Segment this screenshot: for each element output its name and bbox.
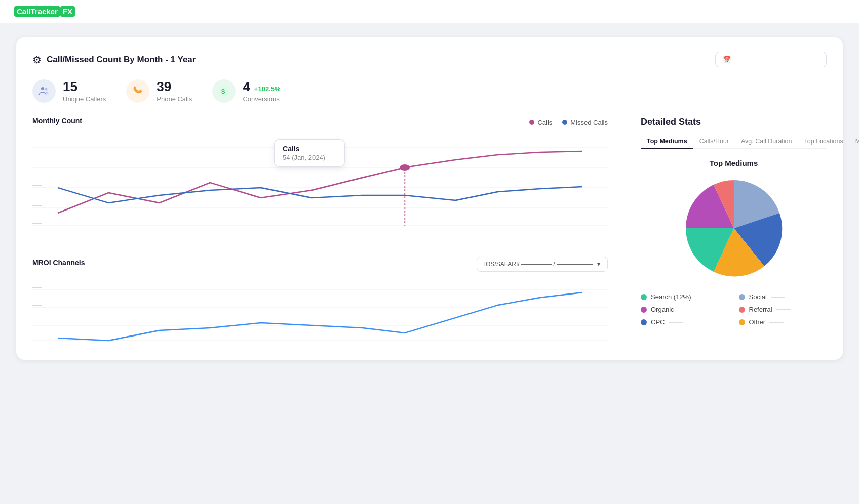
stat-unique-callers: 15 Unique Callers — [32, 79, 106, 103]
legend-referral-label: Referral — [749, 306, 772, 313]
mroi-title: MROI Channels — [32, 259, 85, 267]
main-card: ⚙ Call/Missed Count By Month - 1 Year 📅 … — [16, 37, 843, 360]
svg-text:—: — — [32, 182, 42, 188]
legend-referral-dot — [739, 307, 745, 313]
stat-callers-label: Unique Callers — [63, 95, 106, 103]
stat-icon-phone — [126, 79, 149, 103]
svg-point-0 — [41, 87, 44, 90]
stat-phone-calls: 39 Phone Calls — [126, 79, 192, 103]
mroi-chart-svg: — — — — [32, 280, 608, 346]
monthly-count-title: Monthly Count — [32, 117, 82, 125]
svg-text:—: — — [32, 319, 42, 325]
svg-text:—: — — [32, 284, 42, 290]
x-label-5: —— — [283, 238, 301, 244]
legend-calls: Calls — [529, 119, 552, 127]
legend-other-label: Other — [749, 318, 766, 326]
card-title: Call/Missed Count By Month - 1 Year — [47, 55, 196, 65]
tab-top-locations[interactable]: Top Locations — [798, 135, 849, 149]
tab-calls-hour[interactable]: Calls/Hour — [693, 135, 735, 149]
chart-legend: Calls Missed Calls — [529, 119, 608, 127]
monthly-chart-svg: — — — — — — [32, 132, 608, 233]
legend-referral: Referral — [739, 306, 827, 313]
tooltip-dot — [400, 164, 410, 171]
legend-search-label: Search (12%) — [651, 293, 691, 301]
legend-search: Search (12%) — [641, 293, 729, 301]
legend-social-label: Social — [749, 293, 767, 301]
right-col: Detailed Stats Top Mediums Calls/Hour Av… — [624, 117, 827, 346]
calendar-icon: 📅 — [723, 56, 731, 63]
stats-row: 15 Unique Callers 39 Phone Calls — [32, 79, 827, 103]
legend-other-line — [769, 322, 784, 323]
x-label-9: —— — [509, 238, 527, 244]
stat-conversions-label: Conversions — [243, 95, 280, 103]
stat-callers-value: 15 — [63, 79, 106, 94]
legend-cpc-line — [669, 322, 683, 323]
tab-top-mediums[interactable]: Top Mediums — [641, 135, 693, 149]
stat-conversions-value: 4 — [243, 79, 250, 94]
legend-calls-dot — [529, 120, 534, 125]
topbar: CallTrackerFX — [0, 0, 859, 23]
stat-conversions-badge: +102.5% — [254, 85, 281, 93]
x-label-1: —— — [57, 238, 75, 244]
stat-conversions: $ 4 +102.5% Conversions — [212, 79, 280, 103]
x-label-8: —— — [452, 238, 471, 244]
date-range-picker[interactable]: 📅 — — —————— — [715, 52, 827, 67]
pie-legend: Search (12%) Social Organic Referral — [641, 293, 827, 326]
legend-organic-label: Organic — [651, 306, 674, 313]
monthly-chart-area: — — — — — — [32, 132, 608, 233]
stat-conversions-text: 4 +102.5% Conversions — [243, 79, 280, 103]
legend-cpc-dot — [641, 319, 647, 325]
logo-brand: FX — [60, 6, 75, 17]
tab-mroi[interactable]: MROI — [849, 135, 859, 149]
svg-text:—: — — [32, 141, 42, 147]
legend-social: Social — [739, 293, 827, 301]
svg-text:—: — — [32, 220, 42, 226]
tab-avg-call-duration[interactable]: Avg. Call Duration — [735, 135, 798, 149]
stat-icon-conversions: $ — [212, 79, 236, 103]
legend-cpc: CPC — [641, 318, 729, 326]
svg-text:—: — — [32, 161, 42, 167]
pie-container — [641, 173, 827, 284]
pie-title: Top Mediums — [641, 159, 827, 167]
mroi-chart-area: — — — — [32, 280, 608, 346]
left-col: Monthly Count Calls Missed Calls — [32, 117, 608, 346]
legend-search-dot — [641, 294, 647, 300]
tools-icon: ⚙ — [32, 54, 42, 66]
main-content: ⚙ Call/Missed Count By Month - 1 Year 📅 … — [0, 23, 859, 504]
stat-icon-callers — [32, 79, 56, 103]
card-header: ⚙ Call/Missed Count By Month - 1 Year 📅 … — [32, 52, 827, 67]
legend-social-dot — [739, 294, 745, 300]
x-label-7: —— — [396, 238, 414, 244]
legend-missed-label: Missed Calls — [570, 119, 608, 127]
x-label-10: —— — [565, 238, 583, 244]
svg-text:—: — — [32, 302, 42, 308]
mroi-dropdown[interactable]: IOS/SAFARI/ ————— / —————— ▾ — [477, 257, 608, 272]
chevron-down-icon: ▾ — [597, 261, 600, 268]
logo-name: CallTracker — [14, 6, 60, 17]
legend-organic: Organic — [641, 306, 729, 313]
legend-calls-label: Calls — [537, 119, 552, 127]
stat-calls-text: 39 Phone Calls — [157, 79, 192, 103]
x-label-3: —— — [170, 238, 188, 244]
legend-other: Other — [739, 318, 827, 326]
legend-social-line — [771, 297, 785, 298]
pie-chart — [678, 173, 790, 284]
svg-point-1 — [45, 88, 48, 91]
legend-cpc-label: CPC — [651, 318, 665, 326]
stat-calls-value: 39 — [157, 79, 192, 94]
x-label-2: —— — [113, 238, 131, 244]
logo: CallTrackerFX — [14, 6, 75, 17]
mroi-section: MROI Channels IOS/SAFARI/ ————— / ——————… — [32, 257, 608, 346]
legend-other-dot — [739, 319, 745, 325]
svg-text:—: — — [32, 202, 42, 208]
two-col-layout: Monthly Count Calls Missed Calls — [32, 117, 827, 346]
legend-missed: Missed Calls — [562, 119, 608, 127]
mroi-dropdown-value: IOS/SAFARI/ ————— / —————— — [484, 261, 593, 268]
legend-organic-dot — [641, 307, 647, 313]
x-axis: —— —— —— —— —— —— —— —— —— —— — [32, 238, 608, 244]
legend-referral-line — [776, 309, 791, 310]
svg-text:$: $ — [221, 88, 225, 95]
card-title-area: ⚙ Call/Missed Count By Month - 1 Year — [32, 54, 196, 66]
tabs-row: Top Mediums Calls/Hour Avg. Call Duratio… — [641, 135, 827, 149]
detailed-stats-title: Detailed Stats — [641, 117, 827, 128]
